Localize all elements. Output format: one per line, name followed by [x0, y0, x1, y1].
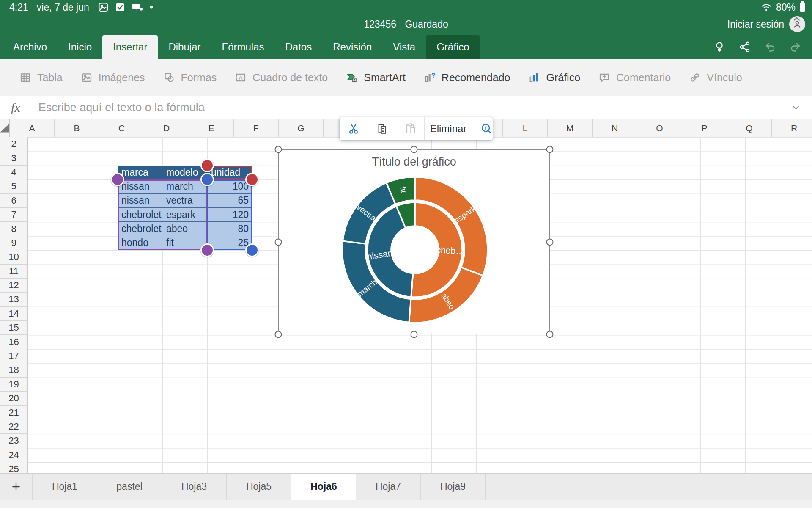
- ribbon-tab-fórmulas[interactable]: Fórmulas: [211, 35, 274, 59]
- sign-in-label[interactable]: Iniciar sesión: [727, 19, 784, 30]
- row-header-14[interactable]: 14: [0, 307, 28, 321]
- table-cell[interactable]: 65: [207, 194, 252, 208]
- row-header-25[interactable]: 25: [0, 462, 28, 473]
- table-cell[interactable]: espark: [162, 208, 207, 222]
- sheet-tab-hoja5[interactable]: Hoja5: [227, 474, 291, 500]
- row-header-7[interactable]: 7: [0, 208, 28, 222]
- row-header-3[interactable]: 3: [0, 151, 28, 165]
- column-header-F[interactable]: F: [234, 119, 279, 137]
- chart-title[interactable]: Título del gráfico: [279, 155, 549, 168]
- column-header-R[interactable]: R: [772, 119, 812, 137]
- context-menu-cut[interactable]: [340, 117, 368, 140]
- ideas-button[interactable]: [713, 41, 726, 53]
- selection-handle-red-top-left[interactable]: [200, 159, 214, 172]
- row-header-5[interactable]: 5: [0, 179, 28, 193]
- table-cell[interactable]: vectra: [162, 194, 207, 208]
- row-header-8[interactable]: 8: [0, 222, 28, 236]
- column-header-N[interactable]: N: [593, 119, 637, 137]
- row-header-15[interactable]: 15: [0, 321, 28, 335]
- table-cell[interactable]: chebrolet: [118, 222, 162, 236]
- chart-resize-handle[interactable]: [546, 146, 554, 153]
- ribbon-tab-revisión[interactable]: Revisión: [322, 35, 382, 59]
- row-header-13[interactable]: 13: [0, 293, 28, 306]
- column-header-M[interactable]: M: [548, 119, 593, 137]
- column-header-A[interactable]: A: [10, 119, 55, 137]
- context-menu-copy[interactable]: [368, 117, 396, 140]
- selection-handle-blue-bottom-right[interactable]: [245, 243, 259, 257]
- context-menu-lookup[interactable]: [472, 117, 493, 140]
- chart-resize-handle[interactable]: [275, 146, 282, 153]
- sheet-tab-hoja1[interactable]: Hoja1: [33, 474, 97, 500]
- table-cell[interactable]: 80: [207, 222, 252, 236]
- ribbon-tab-archivo[interactable]: Archivo: [3, 35, 58, 59]
- ribbon-tab-vista[interactable]: Vista: [382, 35, 426, 59]
- add-sheet-button[interactable]: [0, 474, 33, 500]
- column-header-L[interactable]: L: [503, 119, 548, 137]
- sheet-tab-pastel[interactable]: pastel: [97, 474, 162, 500]
- sheet-tab-hoja3[interactable]: Hoja3: [162, 474, 227, 500]
- collapse-ribbon-button[interactable]: [791, 13, 803, 25]
- row-header-20[interactable]: 20: [0, 392, 28, 406]
- toolbar-gráfico[interactable]: Gráfico: [519, 71, 589, 84]
- column-header-Q[interactable]: Q: [727, 119, 772, 137]
- chart-resize-handle[interactable]: [275, 331, 282, 338]
- row-header-16[interactable]: 16: [0, 335, 28, 349]
- table-cell[interactable]: chebrolet: [118, 208, 162, 222]
- chart-resize-handle[interactable]: [546, 238, 554, 246]
- column-header-C[interactable]: C: [99, 119, 144, 137]
- ribbon-tab-gráfico[interactable]: Gráfico: [426, 35, 480, 59]
- column-header-E[interactable]: E: [189, 119, 234, 137]
- toolbar-smartart[interactable]: SmartArt: [337, 71, 414, 84]
- table-cell[interactable]: nissan: [118, 179, 162, 193]
- table-cell[interactable]: 120: [207, 208, 252, 222]
- row-header-19[interactable]: 19: [0, 378, 28, 392]
- chart-resize-handle[interactable]: [275, 238, 282, 246]
- chart-object[interactable]: Título del gráfico cheb…nissanesparkabeo…: [278, 149, 550, 334]
- selection-handle-blue-top-left[interactable]: [200, 173, 214, 186]
- formula-input[interactable]: Escribe aquí el texto o la fórmula: [38, 101, 790, 114]
- row-header-21[interactable]: 21: [0, 406, 28, 420]
- row-header-9[interactable]: 9: [0, 236, 28, 250]
- row-header-18[interactable]: 18: [0, 363, 28, 377]
- row-header-24[interactable]: 24: [0, 448, 28, 462]
- sunburst-chart[interactable]: cheb…nissanesparkabeomarchvectrafit: [337, 171, 493, 328]
- select-all-corner[interactable]: [0, 119, 10, 137]
- table-cell[interactable]: hondo: [118, 236, 162, 250]
- row-header-23[interactable]: 23: [0, 434, 28, 448]
- column-header-P[interactable]: P: [682, 119, 727, 137]
- column-header-D[interactable]: D: [144, 119, 189, 137]
- toolbar-recomendado[interactable]: ?Recomendado: [414, 71, 519, 84]
- chart-resize-handle[interactable]: [411, 146, 418, 153]
- column-header-B[interactable]: B: [55, 119, 99, 137]
- row-header-17[interactable]: 17: [0, 349, 28, 363]
- column-header-O[interactable]: O: [637, 119, 682, 137]
- sheet-tab-hoja6[interactable]: Hoja6: [291, 474, 356, 500]
- ribbon-tab-insertar[interactable]: Insertar: [102, 35, 158, 59]
- ribbon-tab-datos[interactable]: Datos: [275, 35, 323, 59]
- row-header-2[interactable]: 2: [0, 137, 28, 151]
- sheet-tab-hoja7[interactable]: Hoja7: [356, 474, 421, 500]
- data-table[interactable]: marcamodelounidadnissanmarch100nissanvec…: [118, 166, 252, 250]
- selection-handle-purple-bottom-right[interactable]: [200, 243, 214, 257]
- formula-bar[interactable]: fx Escribe aquí el texto o la fórmula: [0, 96, 812, 120]
- row-header-10[interactable]: 10: [0, 250, 28, 264]
- row-header-6[interactable]: 6: [0, 194, 28, 208]
- table-cell[interactable]: abeo: [162, 222, 207, 236]
- share-button[interactable]: [738, 41, 751, 53]
- table-cell[interactable]: nissan: [118, 194, 162, 208]
- context-menu-delete[interactable]: Eliminar: [425, 117, 472, 140]
- sheet-tab-hoja9[interactable]: Hoja9: [421, 474, 486, 500]
- chevron-down-icon[interactable]: [790, 102, 812, 113]
- table-header-marca[interactable]: marca: [118, 166, 162, 179]
- row-header-11[interactable]: 11: [0, 265, 28, 279]
- row-header-12[interactable]: 12: [0, 279, 28, 293]
- column-header-G[interactable]: G: [279, 119, 324, 137]
- selection-handle-purple-top-left[interactable]: [111, 173, 124, 186]
- chart-resize-handle[interactable]: [411, 331, 418, 338]
- selection-handle-red-bottom-right[interactable]: [245, 173, 259, 186]
- ribbon-tab-inicio[interactable]: Inicio: [58, 35, 102, 59]
- chart-resize-handle[interactable]: [546, 331, 554, 338]
- ribbon-tab-dibujar[interactable]: Dibujar: [158, 35, 211, 59]
- row-header-4[interactable]: 4: [0, 166, 28, 179]
- row-header-22[interactable]: 22: [0, 420, 28, 434]
